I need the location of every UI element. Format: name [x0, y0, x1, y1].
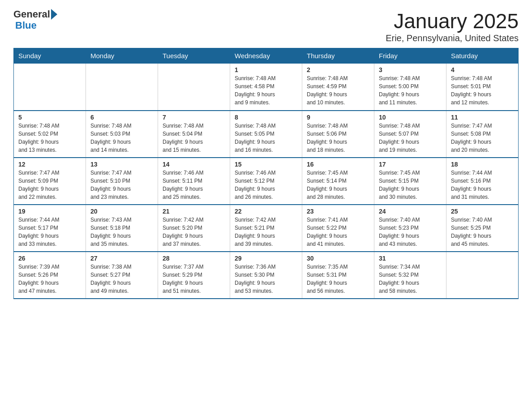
header-wednesday: Wednesday — [230, 48, 302, 64]
day-number: 16 — [307, 161, 369, 168]
day-info: Sunrise: 7:39 AM Sunset: 5:26 PM Dayligh… — [18, 263, 81, 295]
logo-arrow-icon — [51, 9, 57, 20]
day-info: Sunrise: 7:48 AM Sunset: 5:02 PM Dayligh… — [18, 122, 81, 154]
calendar-subtitle: Erie, Pennsylvania, United States — [386, 33, 519, 43]
day-info: Sunrise: 7:42 AM Sunset: 5:20 PM Dayligh… — [163, 216, 225, 248]
day-number: 7 — [163, 114, 225, 121]
day-number: 8 — [235, 114, 297, 121]
header-tuesday: Tuesday — [158, 48, 230, 64]
day-number: 23 — [307, 208, 369, 215]
calendar-cell-w2-d5: 9Sunrise: 7:48 AM Sunset: 5:06 PM Daylig… — [302, 111, 374, 158]
week-row-2: 5Sunrise: 7:48 AM Sunset: 5:02 PM Daylig… — [14, 111, 519, 158]
day-info: Sunrise: 7:41 AM Sunset: 5:22 PM Dayligh… — [307, 216, 369, 248]
calendar-cell-w5-d4: 29Sunrise: 7:36 AM Sunset: 5:30 PM Dayli… — [230, 252, 302, 299]
day-number: 1 — [235, 66, 297, 73]
calendar-cell-w5-d6: 31Sunrise: 7:34 AM Sunset: 5:32 PM Dayli… — [374, 252, 446, 299]
week-row-1: 1Sunrise: 7:48 AM Sunset: 4:58 PM Daylig… — [14, 64, 519, 111]
day-info: Sunrise: 7:48 AM Sunset: 4:58 PM Dayligh… — [235, 74, 297, 107]
day-info: Sunrise: 7:48 AM Sunset: 5:07 PM Dayligh… — [379, 122, 442, 154]
day-number: 22 — [235, 208, 297, 215]
calendar-cell-w2-d1: 5Sunrise: 7:48 AM Sunset: 5:02 PM Daylig… — [14, 111, 86, 158]
day-info: Sunrise: 7:48 AM Sunset: 5:00 PM Dayligh… — [379, 74, 442, 107]
calendar-table: SundayMondayTuesdayWednesdayThursdayFrid… — [13, 48, 519, 299]
calendar-cell-w3-d6: 17Sunrise: 7:45 AM Sunset: 5:15 PM Dayli… — [374, 158, 446, 205]
day-info: Sunrise: 7:44 AM Sunset: 5:16 PM Dayligh… — [451, 169, 514, 201]
week-row-3: 12Sunrise: 7:47 AM Sunset: 5:09 PM Dayli… — [14, 158, 519, 205]
calendar-cell-w3-d1: 12Sunrise: 7:47 AM Sunset: 5:09 PM Dayli… — [14, 158, 86, 205]
calendar-cell-w5-d1: 26Sunrise: 7:39 AM Sunset: 5:26 PM Dayli… — [14, 252, 86, 299]
calendar-cell-w4-d7: 25Sunrise: 7:40 AM Sunset: 5:25 PM Dayli… — [446, 205, 519, 252]
day-number: 17 — [379, 161, 442, 168]
day-number: 2 — [307, 66, 369, 73]
logo: General Blue — [13, 9, 58, 31]
day-info: Sunrise: 7:40 AM Sunset: 5:25 PM Dayligh… — [451, 216, 514, 248]
day-number: 24 — [379, 208, 442, 215]
day-info: Sunrise: 7:47 AM Sunset: 5:08 PM Dayligh… — [451, 122, 514, 154]
calendar-title: January 2025 — [386, 9, 519, 33]
calendar-cell-w5-d2: 27Sunrise: 7:38 AM Sunset: 5:27 PM Dayli… — [86, 252, 158, 299]
day-info: Sunrise: 7:37 AM Sunset: 5:29 PM Dayligh… — [163, 263, 225, 295]
week-row-5: 26Sunrise: 7:39 AM Sunset: 5:26 PM Dayli… — [14, 252, 519, 299]
day-number: 9 — [307, 114, 369, 121]
day-number: 28 — [163, 255, 225, 262]
day-info: Sunrise: 7:48 AM Sunset: 4:59 PM Dayligh… — [307, 74, 369, 107]
day-number: 27 — [90, 255, 153, 262]
calendar-cell-w4-d1: 19Sunrise: 7:44 AM Sunset: 5:17 PM Dayli… — [14, 205, 86, 252]
day-info: Sunrise: 7:43 AM Sunset: 5:18 PM Dayligh… — [90, 216, 153, 248]
day-info: Sunrise: 7:34 AM Sunset: 5:32 PM Dayligh… — [379, 263, 442, 295]
calendar-cell-w1-d4: 1Sunrise: 7:48 AM Sunset: 4:58 PM Daylig… — [230, 64, 302, 111]
day-info: Sunrise: 7:40 AM Sunset: 5:23 PM Dayligh… — [379, 216, 442, 248]
calendar-cell-w2-d7: 11Sunrise: 7:47 AM Sunset: 5:08 PM Dayli… — [446, 111, 519, 158]
day-info: Sunrise: 7:42 AM Sunset: 5:21 PM Dayligh… — [235, 216, 297, 248]
calendar-cell-w4-d3: 21Sunrise: 7:42 AM Sunset: 5:20 PM Dayli… — [158, 205, 230, 252]
day-info: Sunrise: 7:48 AM Sunset: 5:06 PM Dayligh… — [307, 122, 369, 154]
day-info: Sunrise: 7:36 AM Sunset: 5:30 PM Dayligh… — [235, 263, 297, 295]
day-number: 26 — [18, 255, 81, 262]
logo-blue-text: Blue — [15, 20, 37, 31]
day-number: 6 — [90, 114, 153, 121]
day-info: Sunrise: 7:47 AM Sunset: 5:10 PM Dayligh… — [90, 169, 153, 201]
calendar-cell-w1-d1 — [14, 64, 86, 111]
day-number: 3 — [379, 66, 442, 73]
header-sunday: Sunday — [14, 48, 86, 64]
day-number: 13 — [90, 161, 153, 168]
calendar-cell-w3-d3: 14Sunrise: 7:46 AM Sunset: 5:11 PM Dayli… — [158, 158, 230, 205]
calendar-cell-w1-d6: 3Sunrise: 7:48 AM Sunset: 5:00 PM Daylig… — [374, 64, 446, 111]
calendar-cell-w3-d7: 18Sunrise: 7:44 AM Sunset: 5:16 PM Dayli… — [446, 158, 519, 205]
day-number: 19 — [18, 208, 81, 215]
day-number: 29 — [235, 255, 297, 262]
day-number: 4 — [451, 66, 514, 73]
day-info: Sunrise: 7:48 AM Sunset: 5:01 PM Dayligh… — [451, 74, 514, 107]
day-number: 5 — [18, 114, 81, 121]
day-info: Sunrise: 7:35 AM Sunset: 5:31 PM Dayligh… — [307, 263, 369, 295]
calendar-cell-w4-d5: 23Sunrise: 7:41 AM Sunset: 5:22 PM Dayli… — [302, 205, 374, 252]
day-info: Sunrise: 7:48 AM Sunset: 5:03 PM Dayligh… — [90, 122, 153, 154]
title-area: January 2025 Erie, Pennsylvania, United … — [386, 9, 519, 43]
calendar-cell-w3-d5: 16Sunrise: 7:45 AM Sunset: 5:14 PM Dayli… — [302, 158, 374, 205]
day-info: Sunrise: 7:48 AM Sunset: 5:05 PM Dayligh… — [235, 122, 297, 154]
day-info: Sunrise: 7:48 AM Sunset: 5:04 PM Dayligh… — [163, 122, 225, 154]
calendar-cell-w2-d4: 8Sunrise: 7:48 AM Sunset: 5:05 PM Daylig… — [230, 111, 302, 158]
day-number: 20 — [90, 208, 153, 215]
day-info: Sunrise: 7:46 AM Sunset: 5:12 PM Dayligh… — [235, 169, 297, 201]
day-number: 25 — [451, 208, 514, 215]
logo-top: General — [13, 9, 58, 20]
week-row-4: 19Sunrise: 7:44 AM Sunset: 5:17 PM Dayli… — [14, 205, 519, 252]
calendar-cell-w1-d5: 2Sunrise: 7:48 AM Sunset: 4:59 PM Daylig… — [302, 64, 374, 111]
day-number: 12 — [18, 161, 81, 168]
day-number: 11 — [451, 114, 514, 121]
day-number: 30 — [307, 255, 369, 262]
day-number: 31 — [379, 255, 442, 262]
header-thursday: Thursday — [302, 48, 374, 64]
calendar-cell-w4-d6: 24Sunrise: 7:40 AM Sunset: 5:23 PM Dayli… — [374, 205, 446, 252]
page-header: General Blue January 2025 Erie, Pennsylv… — [13, 9, 519, 43]
calendar-cell-w3-d4: 15Sunrise: 7:46 AM Sunset: 5:12 PM Dayli… — [230, 158, 302, 205]
calendar-cell-w1-d7: 4Sunrise: 7:48 AM Sunset: 5:01 PM Daylig… — [446, 64, 519, 111]
calendar-cell-w5-d5: 30Sunrise: 7:35 AM Sunset: 5:31 PM Dayli… — [302, 252, 374, 299]
calendar-cell-w3-d2: 13Sunrise: 7:47 AM Sunset: 5:10 PM Dayli… — [86, 158, 158, 205]
calendar-cell-w5-d7 — [446, 252, 519, 299]
day-info: Sunrise: 7:46 AM Sunset: 5:11 PM Dayligh… — [163, 169, 225, 201]
logo-general-text: General — [13, 9, 50, 19]
header-saturday: Saturday — [446, 48, 519, 64]
day-number: 15 — [235, 161, 297, 168]
